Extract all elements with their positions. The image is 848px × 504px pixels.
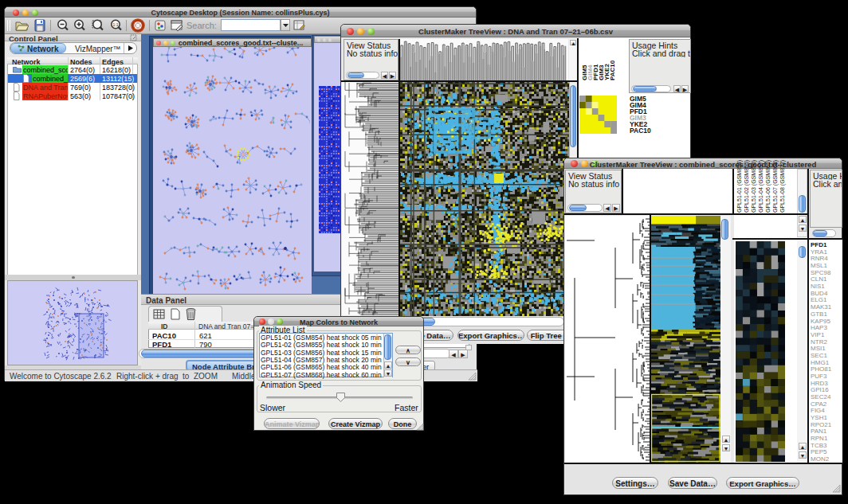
svg-text:1:1: 1:1 xyxy=(113,22,119,27)
